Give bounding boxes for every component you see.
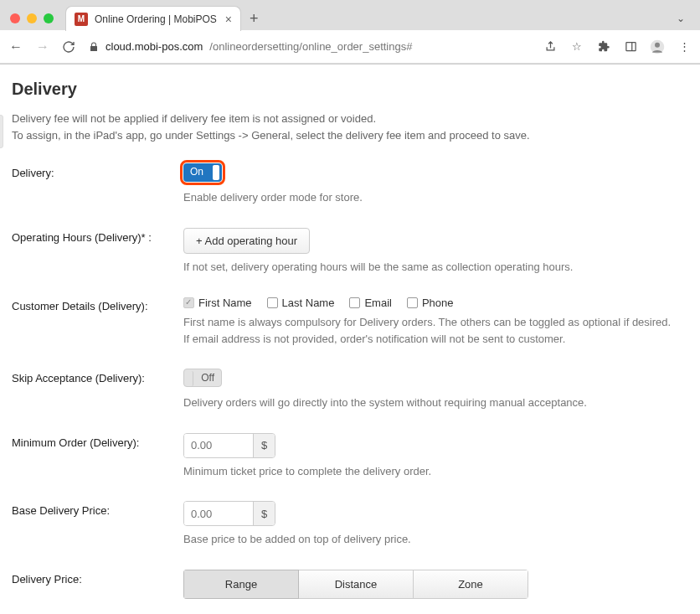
currency-suffix: $ [253,434,275,457]
checkbox-icon[interactable] [267,297,278,308]
share-icon[interactable] [543,39,558,54]
base-price-input[interactable] [184,502,253,525]
tab-title: Online Ordering | MobiPOS [95,13,225,25]
toggle-label: Off [201,372,214,384]
back-button[interactable]: ← [8,39,23,54]
toggle-knob [187,371,193,386]
checkbox-icon[interactable] [349,297,360,308]
check-label: Last Name [282,297,335,309]
browser-chrome: M Online Ordering | MobiPOS × + ⌄ ← → cl… [0,0,700,64]
checkbox-icon[interactable] [407,297,418,308]
label-customer-details: Customer Details (Delivery): [12,297,183,347]
svg-rect-0 [625,43,635,51]
row-minimum-order: Minimum Order (Delivery): $ Minimum tick… [12,433,685,480]
delivery-toggle[interactable]: On [183,163,222,182]
toolbar-actions: ☆ ⋮ [543,39,692,54]
hint-line: First name is always compulsory for Deli… [183,314,685,331]
hint-operating-hours: If not set, delivery operating hours wil… [183,259,685,276]
favicon-icon: M [75,13,88,26]
profile-icon[interactable] [650,39,665,54]
hint-delivery: Enable delivery order mode for store. [183,189,685,206]
check-phone[interactable]: Phone [407,297,454,309]
bookmark-icon[interactable]: ☆ [569,39,584,54]
url-path: /onlineordersetting/online_order_setting… [209,40,412,53]
tab-close-icon[interactable]: × [225,13,232,26]
hint-minimum-order: Minimum ticket price to complete the del… [183,463,685,480]
toggle-label: On [190,166,203,178]
tabs-dropdown-icon[interactable]: ⌄ [677,13,690,24]
check-label: First Name [198,297,252,309]
window-maximize-button[interactable] [44,13,54,23]
hint-customer-details: First name is always compulsory for Deli… [183,314,685,347]
add-operating-hour-button[interactable]: + Add operating hour [183,228,310,254]
label-delivery: Delivery: [12,163,183,206]
toggle-knob [213,165,219,180]
new-tab-button[interactable]: + [250,10,259,28]
tab-bar: M Online Ordering | MobiPOS × + ⌄ [0,0,700,30]
browser-tab[interactable]: M Online Ordering | MobiPOS × [65,6,241,31]
skip-acceptance-toggle[interactable]: Off [183,369,222,387]
extensions-icon[interactable] [596,39,611,54]
page-desc-line: Delivery fee will not be applied if deli… [12,111,685,127]
window-close-button[interactable] [10,13,20,23]
label-skip-acceptance: Skip Acceptance (Delivery): [12,369,183,411]
label-minimum-order: Minimum Order (Delivery): [12,433,183,480]
svg-point-3 [655,42,660,47]
page-content: Delivery Delivery fee will not be applie… [0,64,700,614]
row-delivery-price: Delivery Price: Range Distance Zone Deli… [12,570,685,615]
checkbox-icon[interactable] [183,297,194,308]
check-first-name[interactable]: First Name [183,297,252,309]
check-email[interactable]: Email [349,297,392,309]
customer-details-checks: First Name Last Name Email Phone [183,297,685,309]
address-bar[interactable]: cloud.mobi-pos.com/onlineordersetting/on… [89,40,531,53]
row-operating-hours: Operating Hours (Delivery)* : + Add oper… [12,228,685,276]
base-price-input-group: $ [183,501,275,526]
delivery-price-tabs: Range Distance Zone [183,570,528,599]
check-label: Email [364,297,392,309]
page-desc-line: To assign, in the iPad's app, go under S… [12,127,685,144]
row-base-price: Base Delivery Price: $ Base price to be … [12,501,685,548]
label-base-price: Base Delivery Price: [12,501,183,548]
window-controls [10,13,54,23]
side-drawer-handle[interactable] [0,115,3,148]
row-delivery: Delivery: On Enable delivery order mode … [12,163,685,206]
row-customer-details: Customer Details (Delivery): First Name … [12,297,685,347]
forward-button[interactable]: → [35,39,50,54]
lock-icon [89,41,99,53]
browser-toolbar: ← → cloud.mobi-pos.com/onlineordersettin… [0,30,700,64]
tab-distance[interactable]: Distance [299,570,414,599]
page-title: Delivery [12,80,685,99]
tab-range[interactable]: Range [183,570,299,599]
tab-zone[interactable]: Zone [414,570,528,599]
minimum-order-input[interactable] [184,434,253,457]
page-description: Delivery fee will not be applied if deli… [12,111,685,143]
hint-line: If email address is not provided, order'… [183,331,685,348]
url-host: cloud.mobi-pos.com [106,40,203,53]
hint-base-price: Base price to be added on top of deliver… [183,531,685,548]
currency-suffix: $ [253,502,275,525]
row-skip-acceptance: Skip Acceptance (Delivery): Off Delivery… [12,369,685,411]
label-operating-hours: Operating Hours (Delivery)* : [12,228,183,276]
check-last-name[interactable]: Last Name [267,297,335,309]
menu-icon[interactable]: ⋮ [677,39,692,54]
minimum-order-input-group: $ [183,433,275,458]
check-label: Phone [422,297,454,309]
hint-skip-acceptance: Delivery orders will go directly into th… [183,395,685,411]
reload-button[interactable] [62,40,77,54]
label-delivery-price: Delivery Price: [12,570,183,615]
window-minimize-button[interactable] [27,13,37,23]
sidepanel-icon[interactable] [623,39,638,54]
